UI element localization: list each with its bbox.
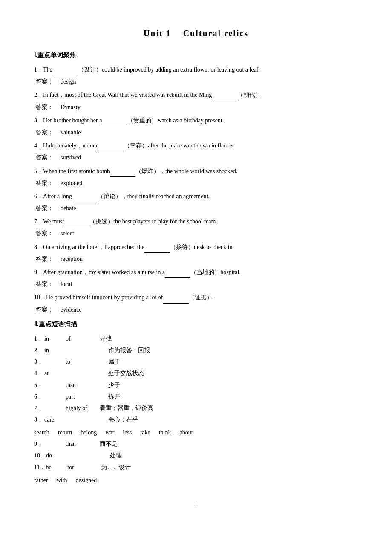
answer-word: return	[58, 429, 72, 436]
q-hint: （朝代）	[237, 92, 261, 98]
q-hint: （挑选）	[89, 218, 113, 225]
q-blank	[98, 140, 124, 151]
phrase-num: 1．	[34, 333, 44, 344]
q-num: 10．	[34, 294, 46, 301]
answer-line: 答案：exploded	[34, 178, 358, 188]
phrase-meaning: 少于	[108, 380, 120, 390]
q-blank	[52, 64, 78, 75]
answer-line: 答案：valuable	[34, 127, 358, 138]
q-hint: （设计）	[78, 66, 102, 73]
answer-word: war	[105, 429, 114, 436]
answer-label: 答案：	[36, 129, 54, 136]
answer-value: valuable	[61, 129, 81, 136]
q-before: The	[43, 66, 52, 73]
q-before: On arriving at the hotel，I approached th…	[43, 244, 144, 250]
q-hint: （辩论）	[98, 193, 121, 199]
q-hint: （证据）	[189, 294, 213, 301]
q-num: 8．	[34, 244, 43, 250]
phrase-meaning: 处理	[110, 450, 122, 461]
section1-heading: Ⅰ.重点单词聚焦	[34, 49, 358, 61]
phrase-word1: at	[44, 368, 66, 379]
answer-word: search	[34, 429, 49, 436]
phrase-item: 10．do处理	[34, 450, 358, 461]
answer-line: 答案：reception	[34, 254, 358, 264]
q-hint: （贵重的）	[127, 117, 157, 124]
answer-word: about	[179, 429, 193, 436]
q-num: 2．	[34, 92, 43, 98]
q-blank	[110, 166, 135, 177]
question-item: 8．On arriving at the hotel，I approached …	[34, 242, 358, 253]
q-blank	[64, 216, 89, 227]
phrase-word2: highly of	[66, 403, 100, 413]
q-after: after the plane went down in flames.	[148, 142, 235, 149]
phrase-meaning: 属于	[108, 356, 120, 367]
q-before: We must	[43, 218, 64, 225]
answer-line: 答案：debate	[34, 203, 358, 214]
page-title: Unit 1 Cultural relics	[34, 26, 358, 41]
phrase-num: 10．	[34, 450, 46, 461]
phrase-num: 6．	[34, 391, 44, 402]
q-num: 1．	[34, 66, 43, 73]
phrase-num: 2．	[34, 345, 44, 356]
q-blank	[72, 191, 98, 202]
answer-label: 答案：	[36, 205, 54, 211]
answer-value: Dynasty	[61, 104, 81, 110]
phrase-word2: than	[66, 380, 100, 390]
phrase-word2: for	[67, 462, 101, 473]
q-after: ，they finally reached an agreement.	[121, 193, 210, 199]
answer-value: debate	[61, 205, 76, 211]
phrase-word2: of	[66, 333, 100, 344]
phrase-item: 2．in作为报答；回报	[34, 345, 358, 356]
answer-words2-container: ratherwithdesigned	[34, 474, 358, 486]
phrase-meaning: 关心；在乎	[108, 414, 138, 425]
q-after: desk to check in.	[194, 244, 234, 250]
q-num: 5．	[34, 168, 43, 174]
page-number: 1	[34, 499, 358, 509]
phrase-item: 9．than而不是	[34, 439, 358, 449]
answer-label: 答案：	[36, 104, 54, 110]
q-before: In fact，most of the Great Wall that we v…	[43, 92, 212, 98]
q-after: watch as a birthday present.	[157, 117, 224, 124]
q-before: After a long	[43, 193, 72, 199]
q-blank	[165, 267, 190, 278]
phrase-item: 8．care关心；在乎	[34, 414, 358, 425]
answer-line: 答案：local	[34, 279, 358, 289]
phrase-item: 6．part拆开	[34, 391, 358, 402]
q-hint: （爆炸）	[135, 168, 159, 174]
question-item: 5．When the first atomic bomb （爆炸），the wh…	[34, 166, 358, 177]
q-blank	[144, 242, 170, 253]
phrase-item: 7．highly of看重；器重，评价高	[34, 403, 358, 413]
phrase-word2: than	[66, 439, 100, 449]
phrase-item: 1．inof寻找	[34, 333, 358, 344]
question-item: 4．Unfortunately，no one （幸存）after the pla…	[34, 140, 358, 151]
answer-word: belong	[81, 429, 97, 436]
q-after: .	[213, 294, 214, 301]
answer-word: with	[57, 477, 67, 483]
phrases2-container: 9．than而不是10．do处理11．befor为……设计	[34, 439, 358, 473]
question-item: 2．In fact，most of the Great Wall that we…	[34, 90, 358, 101]
answer-word: take	[140, 429, 150, 436]
q-before: Unfortunately，no one	[43, 142, 98, 149]
phrase-num: 4．	[34, 368, 44, 379]
answer-line: 答案：evidence	[34, 304, 358, 315]
question-item: 9．After graduation，my sister worked as a…	[34, 267, 358, 278]
answer-value: select	[61, 230, 74, 237]
answer-word: designed	[76, 477, 97, 483]
phrase-extra: 而不是	[100, 439, 134, 449]
answer-word: less	[123, 429, 132, 436]
q-num: 9．	[34, 269, 43, 275]
answer-line: 答案：design	[34, 76, 358, 87]
q-before: Her brother bought her a	[43, 117, 102, 124]
phrase-meaning: 拆开	[108, 391, 120, 402]
subtitle-text: Cultural relics	[183, 29, 249, 38]
phrase-word1: in	[44, 345, 66, 356]
q-hint: （幸存）	[124, 142, 148, 149]
section2-heading: Ⅱ.重点短语扫描	[34, 318, 358, 330]
answer-value: reception	[61, 256, 83, 262]
answer-label: 答案：	[36, 78, 54, 85]
phrase-num: 5．	[34, 380, 44, 390]
phrase-item: 3．to属于	[34, 356, 358, 367]
phrase-num: 7．	[34, 403, 44, 413]
answer-value: evidence	[61, 306, 82, 313]
phrase-meaning: 处于交战状态	[108, 368, 144, 379]
